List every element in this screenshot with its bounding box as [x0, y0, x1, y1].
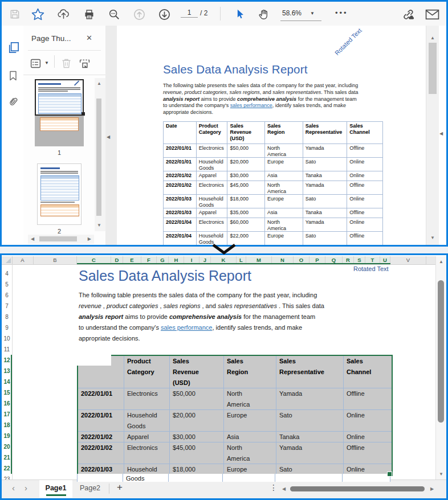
table-cell[interactable]: Europe: [224, 410, 276, 431]
row-header-9[interactable]: 9: [2, 322, 12, 333]
next-sheet-icon[interactable]: ›: [25, 483, 27, 493]
table-cell[interactable]: $50,000: [170, 388, 224, 409]
hyperlink[interactable]: sales performance: [230, 103, 272, 108]
table-cell[interactable]: 2022/01/01: [78, 410, 124, 431]
table-cell[interactable]: Electronics: [124, 442, 170, 464]
collapse-panel-icon[interactable]: ◀: [107, 135, 110, 140]
scrollbar-thumb[interactable]: [96, 99, 101, 216]
table-cell[interactable]: [343, 474, 390, 482]
bookmarks-icon[interactable]: [6, 68, 21, 83]
pdf-scrollbar[interactable]: ▲ ▼: [426, 26, 439, 245]
scroll-up-icon[interactable]: ▲: [97, 81, 101, 86]
table-cell[interactable]: 2022/01/01: [78, 388, 124, 409]
scrollbar-thumb[interactable]: [438, 280, 444, 423]
hyperlink[interactable]: sales performance: [161, 324, 213, 331]
table-cell[interactable]: Sato: [276, 410, 344, 431]
table-cell[interactable]: Offline: [344, 442, 392, 464]
cloud-upload-icon[interactable]: [56, 7, 71, 22]
share-link-icon[interactable]: [401, 7, 416, 22]
table-cell[interactable]: Yamada: [276, 442, 344, 464]
row-header-8[interactable]: 8: [2, 312, 12, 322]
table-row[interactable]: 2022/01/02Electronics$45,000North Americ…: [78, 442, 392, 464]
row-header-6[interactable]: 6: [2, 290, 12, 301]
scroll-down-icon[interactable]: ▼: [439, 472, 443, 477]
table-cell[interactable]: North America: [224, 388, 276, 409]
row-header-10[interactable]: 10: [2, 333, 12, 344]
scroll-left-icon[interactable]: ◀: [31, 237, 34, 241]
header-cell[interactable]: Sales Representative: [276, 356, 344, 388]
header-cell[interactable]: Product Category: [124, 356, 170, 388]
print-icon[interactable]: [82, 7, 96, 22]
table-header-row[interactable]: DateProduct CategorySales Revenue (USD)S…: [78, 356, 392, 388]
table-cell[interactable]: [223, 474, 275, 482]
scroll-right-icon[interactable]: ▶: [430, 487, 434, 491]
page-number-input[interactable]: [181, 8, 198, 18]
zoom-control[interactable]: 58.6% ▼: [280, 6, 321, 21]
scroll-right-icon[interactable]: ▶: [88, 237, 91, 241]
table-cell[interactable]: 2022/01/02: [78, 432, 124, 442]
add-sheet-button[interactable]: +: [117, 482, 123, 493]
panel-splitter[interactable]: ◀: [105, 26, 117, 245]
row-header-5[interactable]: 5: [2, 279, 12, 290]
table-cell[interactable]: Offline: [344, 388, 392, 409]
scroll-down-icon[interactable]: ▼: [430, 236, 435, 240]
table-cell[interactable]: Online: [344, 432, 392, 442]
email-icon[interactable]: [425, 7, 439, 22]
table-cell[interactable]: North America: [224, 442, 276, 464]
row-header-4[interactable]: 4: [2, 268, 12, 279]
page-2-thumbnail[interactable]: 2: [36, 163, 83, 235]
scrollbar-thumb[interactable]: [290, 486, 425, 491]
table-cell[interactable]: [275, 474, 343, 482]
thumbnail-options-icon[interactable]: [28, 56, 43, 71]
favorite-star-icon[interactable]: [30, 7, 45, 22]
fill-handle[interactable]: [387, 472, 392, 477]
table-row[interactable]: 2022/01/01Electronics$50,000North Americ…: [78, 388, 392, 410]
table-cell[interactable]: Yamada: [276, 388, 344, 409]
row-header-11[interactable]: 11: [2, 344, 12, 355]
column-header-A[interactable]: A: [12, 256, 34, 264]
scroll-up-icon[interactable]: ▲: [430, 36, 435, 40]
header-cell[interactable]: Sales Channel: [344, 356, 392, 388]
table-row[interactable]: 2022/01/02Apparel$30,000AsiaTanakaOnline: [78, 432, 392, 442]
panel-scrollbar[interactable]: ▲ ▼: [95, 78, 105, 231]
header-cell[interactable]: Sales Revenue (USD): [170, 356, 224, 388]
table-cell[interactable]: Asia: [224, 432, 276, 442]
viewport-resize-handle[interactable]: [82, 112, 85, 116]
extract-page-icon[interactable]: [77, 56, 92, 71]
page-thumbnails-icon[interactable]: [6, 40, 21, 55]
table-cell[interactable]: Electronics: [124, 388, 170, 409]
table-cell[interactable]: [169, 474, 223, 482]
attachments-icon[interactable]: [3, 91, 24, 112]
more-sheets-icon[interactable]: ⋮: [270, 483, 278, 492]
scrollbar-thumb[interactable]: [429, 43, 437, 94]
chevron-down-icon[interactable]: ▼: [44, 60, 49, 65]
collapse-right-panel-icon[interactable]: ◀: [439, 132, 443, 136]
active-cell[interactable]: [77, 355, 111, 366]
search-icon[interactable]: [107, 7, 121, 22]
scroll-left-icon[interactable]: ◀: [282, 487, 286, 491]
select-all-corner[interactable]: [2, 256, 13, 264]
table-cell[interactable]: Tanaka: [276, 432, 344, 442]
table-cell[interactable]: $45,000: [170, 442, 224, 464]
table-cell[interactable]: 2022/01/02: [78, 442, 124, 464]
column-header-V[interactable]: V: [390, 256, 426, 264]
partial-row-23[interactable]: Goods: [77, 474, 390, 482]
row-header-7[interactable]: 7: [2, 301, 12, 312]
table-cell[interactable]: Goods: [123, 474, 169, 482]
chevron-down-icon[interactable]: ▼: [310, 11, 315, 16]
prev-sheet-icon[interactable]: ‹: [12, 483, 15, 493]
scroll-up-icon[interactable]: ▲: [439, 260, 443, 264]
more-tools-icon[interactable]: •••: [335, 9, 348, 17]
sheet-sales-table[interactable]: DateProduct CategorySales Revenue (USD)S…: [77, 355, 393, 476]
page-up-icon[interactable]: [132, 7, 146, 22]
table-row[interactable]: 2022/01/01Household Goods$20,000EuropeSa…: [78, 410, 392, 432]
table-cell[interactable]: Apparel: [124, 432, 170, 442]
table-cell[interactable]: [77, 474, 123, 482]
column-header-B[interactable]: B: [34, 256, 77, 264]
table-cell[interactable]: $20,000: [170, 410, 224, 431]
table-cell[interactable]: Household Goods: [124, 410, 170, 431]
page-down-icon[interactable]: [157, 7, 172, 22]
close-icon[interactable]: ✕: [86, 34, 92, 42]
panel-h-scrollbar[interactable]: ◀ ▶: [28, 235, 94, 244]
header-cell[interactable]: Sales Region: [224, 356, 276, 388]
